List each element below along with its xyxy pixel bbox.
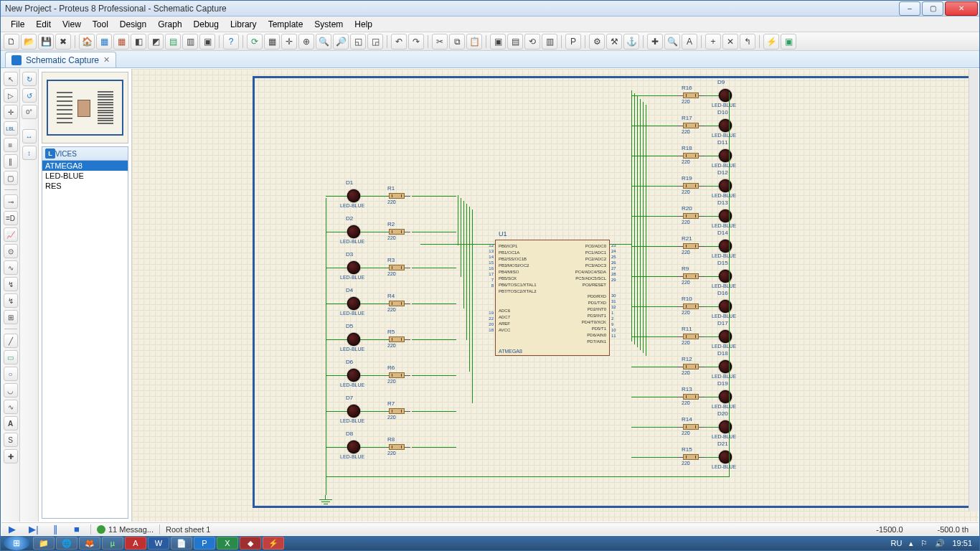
tb-propasn-icon[interactable]: A (682, 34, 697, 50)
tb-erc-icon[interactable]: ⚡ (763, 34, 779, 50)
step-icon[interactable]: ▶| (26, 524, 42, 535)
res-R21[interactable]: R21220 (677, 243, 705, 249)
tb-newsheet-icon[interactable]: + (705, 34, 721, 50)
angle-display[interactable]: 0° (22, 105, 37, 119)
device-item[interactable]: RES (42, 181, 128, 191)
tb-zoomfit-icon[interactable]: ◱ (350, 34, 366, 50)
led-D14[interactable]: D14LED-BLUE (719, 240, 732, 253)
tb-schematic-icon[interactable]: ▦ (96, 34, 112, 50)
close-button[interactable]: ✕ (945, 1, 978, 16)
junction-mode-icon[interactable]: ✛ (4, 105, 18, 119)
res-R16[interactable]: R16220 (677, 93, 705, 98)
res-R18[interactable]: R18220 (677, 153, 705, 159)
play-icon[interactable]: ▶ (4, 524, 20, 535)
tb-netlist-icon[interactable]: ▣ (781, 34, 796, 50)
device-item[interactable]: LED-BLUE (42, 171, 128, 181)
led-D7[interactable]: D7LED-BLUE (347, 405, 360, 418)
tb-pick-icon[interactable]: P (565, 34, 581, 50)
led-D13[interactable]: D13LED-BLUE (719, 209, 732, 222)
tb-save-icon[interactable]: 💾 (38, 34, 54, 50)
text-2d-icon[interactable]: A (4, 416, 18, 430)
led-D10[interactable]: D10LED-BLUE (719, 119, 732, 132)
tape-mode-icon[interactable]: ⊙ (4, 244, 18, 258)
tab-schematic[interactable]: Schematic Capture ✕ (5, 52, 116, 67)
arc-2d-icon[interactable]: ◡ (4, 383, 18, 397)
pin-mode-icon[interactable]: =D (4, 211, 18, 225)
tb-cut-icon[interactable]: ✂ (432, 34, 448, 50)
led-D2[interactable]: D2LED-BLUE (347, 225, 360, 238)
task-excel-icon[interactable]: X (217, 537, 238, 550)
task-explorer-icon[interactable]: 📁 (33, 537, 55, 550)
led-D1[interactable]: D1LED-BLUE (347, 189, 360, 202)
res-R15[interactable]: R15220 (677, 454, 705, 460)
component-mode-icon[interactable]: ▷ (4, 88, 18, 103)
generator-mode-icon[interactable]: ∿ (4, 260, 18, 275)
start-button[interactable]: ⊞ (4, 536, 29, 550)
stop-icon[interactable]: ■ (69, 524, 85, 535)
tb-decompose-icon[interactable]: ⚓ (623, 34, 639, 50)
devices-list[interactable]: ATMEGA8 LED-BLUE RES (42, 161, 128, 519)
menu-edit[interactable]: Edit (30, 17, 57, 32)
tb-make-icon[interactable]: ⚙ (589, 34, 605, 50)
menu-view[interactable]: View (57, 17, 87, 32)
tb-home-icon[interactable]: 🏠 (79, 34, 95, 50)
tb-open-icon[interactable]: 📂 (21, 34, 37, 50)
led-D3[interactable]: D3LED-BLUE (347, 261, 360, 274)
messages-link[interactable]: 11 Messag... (97, 525, 154, 534)
path-2d-icon[interactable]: ∿ (4, 400, 18, 414)
tb-zoomout-icon[interactable]: 🔎 (333, 34, 349, 50)
script-mode-icon[interactable]: ≡ (4, 138, 18, 152)
menu-file[interactable]: File (5, 17, 30, 32)
led-D17[interactable]: D17LED-BLUE (719, 330, 732, 343)
tb-blockrot-icon[interactable]: ⟲ (524, 34, 540, 50)
l-icon[interactable]: L (45, 149, 55, 159)
led-D12[interactable]: D12LED-BLUE (719, 179, 732, 192)
symbol-2d-icon[interactable]: S (4, 433, 18, 447)
tb-redo-icon[interactable]: ↷ (408, 34, 424, 50)
instrument-icon[interactable]: ⊞ (4, 310, 18, 324)
res-R20[interactable]: R20220 (677, 213, 705, 219)
tb-blockdel-icon[interactable]: ▥ (542, 34, 557, 50)
tb-zoomarea-icon[interactable]: ◲ (367, 34, 383, 50)
tb-wireauto-icon[interactable]: ✚ (647, 34, 663, 50)
res-R14[interactable]: R14220 (677, 424, 705, 430)
tb-blockcopy-icon[interactable]: ▣ (490, 34, 506, 50)
tb-grid-icon[interactable]: ▦ (264, 34, 280, 50)
task-chrome-icon[interactable]: 🌐 (56, 537, 77, 550)
tb-refresh-icon[interactable]: ⟳ (247, 34, 263, 50)
tb-3d-icon[interactable]: ◧ (131, 34, 146, 50)
menu-help[interactable]: Help (349, 17, 378, 32)
wirelabel-mode-icon[interactable]: LBL (4, 121, 18, 136)
menu-system[interactable]: System (308, 17, 349, 32)
led-D20[interactable]: D20LED-BLUE (719, 420, 732, 433)
tb-close-icon[interactable]: ✖ (55, 34, 71, 50)
tb-pcb-icon[interactable]: ▦ (113, 34, 129, 50)
tb-copy-icon[interactable]: ⧉ (449, 34, 465, 50)
res-R12[interactable]: R12220 (677, 364, 705, 369)
menu-debug[interactable]: Debug (188, 17, 225, 32)
tb-zoomin-icon[interactable]: 🔍 (316, 34, 331, 50)
tray-sound-icon[interactable]: 🔊 (935, 539, 945, 548)
tb-center-icon[interactable]: ⊕ (298, 34, 314, 50)
led-D6[interactable]: D6LED-BLUE (347, 369, 360, 382)
led-D8[interactable]: D8LED-BLUE (347, 441, 360, 453)
res-R17[interactable]: R17220 (677, 123, 705, 128)
tb-origin-icon[interactable]: ✛ (281, 34, 297, 50)
tb-delsheet-icon[interactable]: ✕ (722, 34, 738, 50)
led-D16[interactable]: D16LED-BLUE (719, 300, 732, 313)
tb-search-icon[interactable]: 🔍 (664, 34, 680, 50)
schematic-canvas[interactable]: U1 ATMEGA8 PB0/ICP1PB1/OC1APB2/SS/OC1BPB… (132, 69, 979, 522)
menu-graph[interactable]: Graph (152, 17, 187, 32)
tab-close-icon[interactable]: ✕ (103, 55, 110, 65)
led-D15[interactable]: D15LED-BLUE (719, 270, 732, 283)
led-D4[interactable]: D4LED-BLUE (347, 297, 360, 310)
tb-gerber-icon[interactable]: ◩ (148, 34, 164, 50)
tb-new-icon[interactable]: 🗋 (4, 34, 19, 50)
task-burner-icon[interactable]: ◆ (240, 537, 261, 550)
selection-mode-icon[interactable]: ↖ (4, 72, 18, 86)
tb-bom-icon[interactable]: ▤ (165, 34, 181, 50)
res-R11[interactable]: R11220 (677, 334, 705, 339)
line-2d-icon[interactable]: ╱ (4, 334, 18, 348)
res-R9[interactable]: R9220 (677, 273, 705, 279)
tb-exitsheet-icon[interactable]: ↰ (740, 34, 755, 50)
